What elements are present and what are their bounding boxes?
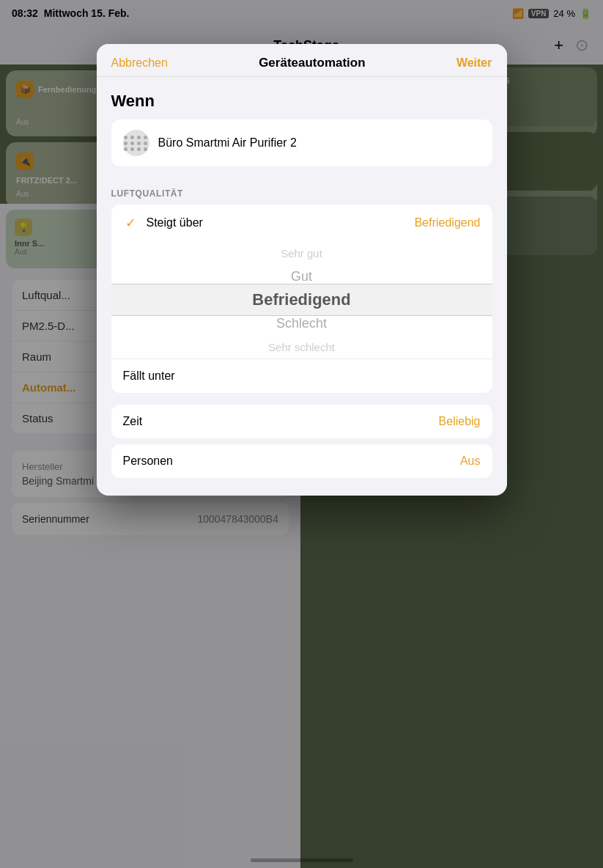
device-dots-icon [124,136,148,151]
modal-title: Geräteautomation [259,56,365,70]
falls-unter-label: Fällt unter [123,369,175,383]
device-row[interactable]: Büro Smartmi Air Purifier 2 [111,119,492,166]
modal-overlay: Abbrechen Geräteautomation Weiter Wenn [0,0,603,868]
personen-row[interactable]: Personen Aus [111,444,492,478]
device-name-label: Büro Smartmi Air Purifier 2 [158,136,297,150]
device-icon [123,130,149,156]
wenn-section: Wenn Büro Smartmi Air Purifier 2 [97,77,507,184]
condition-label: Steigt über [147,216,203,229]
home-indicator [251,858,353,862]
picker-wheel[interactable]: Sehr gut Gut Befriedigend Schlecht Sehr … [111,241,492,358]
picker-highlight [111,284,492,316]
condition-row[interactable]: ✓ Steigt über Befriedigend [111,205,492,241]
modal-header: Abbrechen Geräteautomation Weiter [97,44,507,77]
luftqualitat-section: LUFTQUALITÄT ✓ Steigt über Befriedigend … [97,184,507,393]
modal-body: Wenn Büro Smartmi Air Purifier 2 LUFTQU [97,77,507,496]
wenn-label: Wenn [111,92,492,111]
bottom-conditions: Zeit Beliebig Personen Aus [97,393,507,496]
time-row[interactable]: Zeit Beliebig [111,405,492,438]
personen-value: Aus [460,455,481,468]
checkmark-icon: ✓ [123,215,139,231]
time-value: Beliebig [439,415,481,428]
condition-left: ✓ Steigt über [123,215,203,231]
condition-value: Befriedigend [415,216,481,229]
time-label: Zeit [123,415,143,428]
cancel-button[interactable]: Abbrechen [111,56,168,70]
modal-dialog: Abbrechen Geräteautomation Weiter Wenn [97,44,507,496]
picker-item-sehr-schlecht: Sehr schlecht [111,335,492,358]
next-button[interactable]: Weiter [456,56,492,70]
picker-item-sehr-gut: Sehr gut [111,241,492,265]
personen-label: Personen [123,455,174,468]
falls-unter-row[interactable]: Fällt unter [111,358,492,393]
section-label: LUFTQUALITÄT [111,184,492,205]
